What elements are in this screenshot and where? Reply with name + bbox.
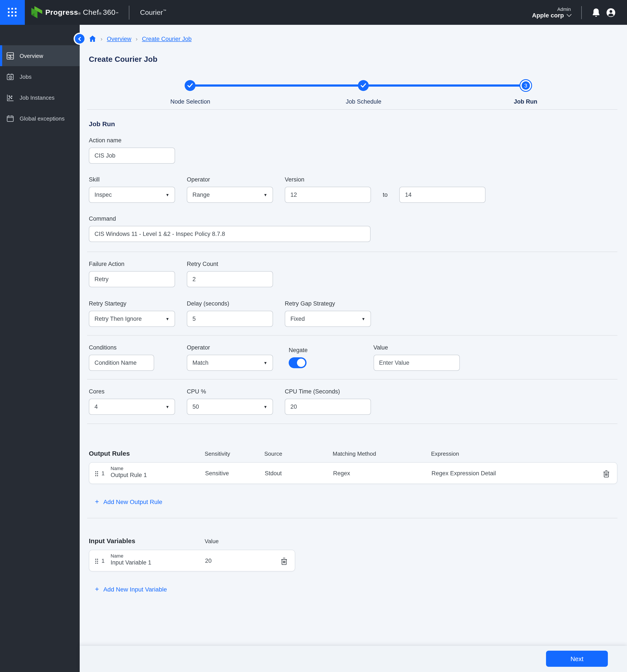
plus-icon: + [95, 498, 99, 506]
sidebar-item-job-instances[interactable]: Job Instances [0, 87, 80, 108]
toggle-knob [297, 359, 305, 367]
skill-label: Skill [89, 176, 175, 183]
output-rule-expression[interactable]: Regex Expression Detail [432, 470, 496, 477]
retry-strategy-select[interactable]: Retry Then Ignore▼ [89, 311, 175, 327]
account-button[interactable] [603, 5, 618, 20]
dashboard-icon [6, 52, 14, 59]
user-role: Admin [532, 6, 571, 11]
chevron-down-icon [567, 12, 572, 17]
select-caret-icon: ▼ [263, 405, 268, 409]
app-launcher-button[interactable] [0, 0, 25, 25]
version-to-input[interactable] [399, 187, 486, 203]
check-icon [187, 83, 193, 88]
condition-name-input[interactable] [89, 355, 154, 371]
section-title-job-run: Job Run [89, 120, 618, 127]
select-caret-icon: ▼ [165, 405, 169, 409]
failure-action-input[interactable] [89, 271, 175, 287]
step-job-run-circle[interactable]: 3 [519, 79, 532, 92]
trash-icon [603, 470, 609, 477]
input-variables-title: Input Variables [89, 537, 135, 545]
brand-progress: Progress [45, 8, 78, 17]
breadcrumb-separator: › [136, 35, 138, 42]
sidebar: Overview Jobs Job Instances [0, 25, 80, 672]
select-caret-icon: ▼ [165, 193, 169, 197]
delay-input[interactable] [187, 311, 273, 327]
chevron-left-icon [78, 37, 82, 41]
col-header-sensitivity: Sensitivity [205, 451, 230, 457]
add-input-variable-button[interactable]: + Add New Input Variable [95, 585, 618, 593]
home-icon[interactable] [89, 35, 96, 42]
select-caret-icon: ▼ [263, 361, 268, 365]
sidebar-item-label: Job Instances [20, 94, 54, 101]
input-variable-row: 1 Name Input Variable 1 20 [89, 550, 295, 572]
progress-chevron-icon [30, 6, 43, 19]
notifications-button[interactable] [589, 5, 603, 20]
header-divider [129, 5, 129, 19]
delete-input-variable-button[interactable] [279, 556, 289, 566]
next-button[interactable]: Next [546, 651, 608, 667]
cpu-time-input[interactable] [285, 399, 371, 415]
drag-handle-icon[interactable] [95, 471, 98, 477]
col-header-value: Value [205, 538, 219, 545]
input-variable-value[interactable]: 20 [205, 557, 212, 564]
sidebar-item-global-exceptions[interactable]: Global exceptions [0, 108, 80, 129]
output-rule-name[interactable]: Output Rule 1 [111, 472, 147, 478]
cores-select[interactable]: 4▼ [89, 399, 175, 415]
cpu-time-label: CPU Time (Seconds) [285, 388, 371, 395]
output-rule-matching-method[interactable]: Regex [333, 470, 350, 477]
sidebar-item-label: Global exceptions [20, 115, 65, 122]
skill-select[interactable]: Inspec▼ [89, 187, 175, 203]
retry-gap-strategy-select[interactable]: Fixed▼ [285, 311, 371, 327]
breadcrumb-link-create-courier-job[interactable]: Create Courier Job [142, 35, 191, 42]
action-name-input[interactable] [89, 147, 175, 164]
delay-label: Delay (seconds) [187, 300, 273, 307]
value-input[interactable] [373, 355, 460, 371]
stepper: 3 Node Selection Job Schedule Job Run [89, 76, 618, 110]
version-from-input[interactable] [285, 187, 371, 203]
add-output-rule-button[interactable]: + Add New Output Rule [95, 498, 618, 506]
conditions-label: Conditions [89, 344, 154, 351]
user-avatar-icon [606, 7, 616, 18]
input-variable-name[interactable]: Input Variable 1 [111, 559, 151, 566]
select-caret-icon: ▼ [263, 193, 268, 197]
cond-operator-select[interactable]: Match▼ [187, 355, 273, 371]
command-input[interactable] [89, 226, 371, 242]
sidebar-item-overview[interactable]: Overview [0, 45, 80, 66]
col-header-matching-method: Matching Method [333, 451, 376, 457]
org-switcher[interactable]: Apple corp [532, 11, 571, 19]
brand-360: 360 [103, 8, 116, 17]
operator-label: Operator [187, 176, 273, 183]
step-node-selection-circle[interactable] [185, 80, 195, 91]
delete-output-rule-button[interactable] [601, 469, 611, 478]
cpu-pct-select[interactable]: 50▼ [187, 399, 273, 415]
version-to-label: to [383, 187, 388, 203]
top-header: Progress® Chef® 360℠ Courier™ Admin Appl… [0, 0, 627, 25]
step-number: 3 [521, 81, 530, 90]
cpu-pct-label: CPU % [187, 388, 273, 395]
output-rule-sensitivity[interactable]: Sensitive [205, 470, 229, 477]
cond-operator-label: Operator [187, 344, 273, 351]
step-label-job-run: Job Run [514, 98, 537, 105]
calendar-clock-icon [6, 73, 14, 80]
breadcrumb-link-overview[interactable]: Overview [107, 35, 132, 42]
select-caret-icon: ▼ [165, 317, 169, 321]
app-grid-icon [8, 8, 17, 17]
step-job-schedule-circle[interactable] [358, 80, 369, 91]
brand-chef: Chef [83, 8, 99, 17]
command-label: Command [89, 215, 618, 222]
retry-strategy-label: Retry Startegy [89, 300, 175, 307]
operator-select[interactable]: Range▼ [187, 187, 273, 203]
output-rules-header: Output Rules Sensitivity Source Matching… [89, 448, 618, 457]
step-label-node-selection: Node Selection [170, 98, 210, 105]
breadcrumb: › Overview › Create Courier Job [89, 34, 618, 43]
output-rule-source[interactable]: Stdout [265, 470, 282, 477]
sidebar-item-jobs[interactable]: Jobs [0, 66, 80, 87]
negate-toggle[interactable] [289, 357, 306, 368]
page-title: Create Courier Job [89, 55, 618, 64]
footer-bar: Next [80, 646, 627, 672]
retry-count-input[interactable] [187, 271, 273, 287]
breadcrumb-separator: › [100, 35, 102, 42]
drag-handle-icon[interactable] [95, 558, 98, 564]
stepper-divider [87, 109, 618, 110]
sidebar-collapse-button[interactable] [75, 34, 85, 44]
